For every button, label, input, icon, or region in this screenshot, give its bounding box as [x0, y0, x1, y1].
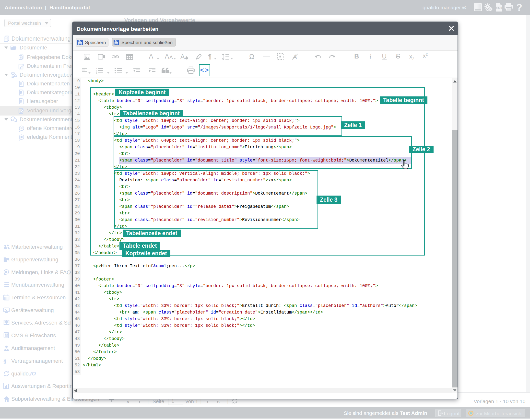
svg-text:XLSX: XLSX	[496, 7, 501, 9]
svg-text:3: 3	[96, 72, 97, 74]
svg-text:1: 1	[96, 68, 97, 70]
svg-text:2: 2	[96, 70, 97, 72]
